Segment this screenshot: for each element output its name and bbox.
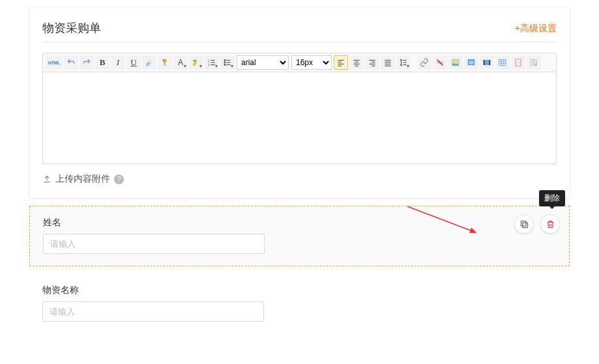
align-center-button[interactable] — [349, 55, 364, 70]
svg-point-36 — [454, 61, 455, 62]
form-title-input[interactable] — [42, 20, 402, 38]
svg-point-50 — [534, 63, 537, 66]
attachment-row[interactable]: 上传内容附件 ? — [29, 164, 570, 185]
trash-icon — [546, 219, 555, 229]
svg-rect-51 — [523, 223, 528, 228]
field-input-material[interactable] — [42, 301, 264, 322]
fullscreen-button[interactable] — [464, 55, 478, 70]
align-right-button[interactable] — [365, 55, 379, 70]
image-button[interactable] — [448, 55, 463, 70]
unordered-list-button[interactable] — [220, 55, 235, 70]
underline-button[interactable]: U — [126, 55, 141, 70]
unlink-button[interactable] — [433, 55, 447, 70]
italic-button[interactable]: I — [111, 55, 125, 70]
help-icon[interactable]: ? — [114, 175, 124, 184]
font-size-select[interactable]: 16px — [291, 55, 332, 70]
svg-point-12 — [224, 60, 226, 61]
editor-content-area[interactable] — [43, 72, 556, 163]
line-height-button[interactable] — [396, 55, 411, 70]
svg-point-14 — [224, 64, 226, 66]
duplicate-button[interactable] — [514, 214, 534, 234]
svg-point-13 — [224, 62, 226, 63]
copy-icon — [519, 219, 529, 229]
link-button[interactable] — [417, 55, 431, 70]
rich-text-editor: HTML B I U A ab 123 arial 16px — [42, 53, 557, 164]
html-source-button[interactable]: HTML — [46, 55, 63, 70]
svg-rect-42 — [499, 59, 506, 65]
field-block-name[interactable]: 删除 姓名 — [29, 206, 570, 266]
font-color-button[interactable]: A — [173, 55, 188, 70]
svg-text:3: 3 — [208, 64, 209, 66]
font-family-select[interactable]: arial — [237, 55, 289, 70]
svg-rect-0 — [163, 59, 167, 63]
page-break-button[interactable] — [511, 55, 525, 70]
highlight-button[interactable]: ab — [189, 55, 203, 70]
field-block-material[interactable]: 物资名称 — [29, 274, 570, 333]
svg-rect-1 — [164, 62, 166, 65]
delete-tooltip: 删除 — [539, 190, 565, 206]
svg-rect-41 — [489, 60, 491, 65]
field-label: 姓名 — [43, 217, 556, 229]
svg-text:ab: ab — [193, 59, 197, 63]
advanced-settings-link[interactable]: +高级设置 — [515, 23, 557, 35]
undo-button[interactable] — [64, 55, 78, 70]
ordered-list-button[interactable]: 123 — [205, 55, 219, 70]
field-label: 物资名称 — [42, 285, 557, 296]
upload-icon — [42, 175, 51, 184]
form-card: +高级设置 HTML B I U A ab 123 arial 16px — [29, 8, 570, 198]
field-input-name[interactable] — [43, 234, 265, 254]
delete-button[interactable] — [540, 214, 560, 234]
eraser-button[interactable] — [142, 55, 156, 70]
svg-rect-40 — [484, 60, 485, 65]
format-painter-button[interactable] — [158, 55, 172, 70]
table-button[interactable] — [495, 55, 510, 70]
svg-rect-52 — [521, 221, 526, 226]
video-button[interactable] — [480, 55, 494, 70]
redo-button[interactable] — [80, 55, 94, 70]
editor-toolbar: HTML B I U A ab 123 arial 16px — [43, 53, 556, 72]
bold-button[interactable]: B — [95, 55, 110, 70]
template-button[interactable] — [527, 55, 541, 70]
align-justify-button[interactable] — [381, 55, 395, 70]
align-left-button[interactable] — [334, 55, 348, 70]
attachment-label: 上传内容附件 — [55, 173, 110, 185]
svg-rect-38 — [469, 61, 474, 64]
